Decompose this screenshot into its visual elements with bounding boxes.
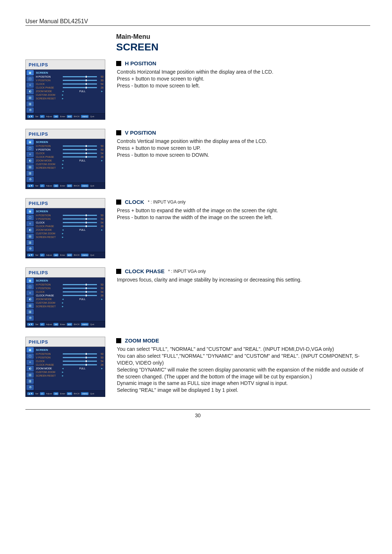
osd-icon: ▢ (26, 353, 34, 359)
osd-item: ZOOM MODE (36, 159, 61, 162)
osd-value: 54 (98, 360, 103, 362)
square-bullet-icon (116, 269, 121, 274)
osd-value: 50 (98, 79, 103, 82)
right-arrow-icon: ► (101, 90, 103, 93)
osd-footer-btn: menu (81, 115, 89, 118)
osd-icon: ▢ (26, 145, 34, 151)
section-clock-phase: PHILIPS ▣ ▢ ≡ ◐ ▤ ▥ ⚙ SCREEN H POSITION5… (25, 267, 370, 328)
heading-text: CLOCK PHASE (125, 268, 164, 274)
osd-icon: ◐ (26, 227, 34, 233)
osd-value: 28 (98, 156, 103, 158)
body-text: Improves focus, clarity and image stabil… (117, 276, 370, 283)
osd-value: 50 (98, 283, 103, 286)
osd-item: V POSITION (36, 218, 61, 220)
right-arrow-icon: ► (61, 97, 64, 100)
osd-item: ZOOM MODE (36, 90, 61, 93)
osd-screenshot-clock: PHILIPS ▣ ▢ ≡ ◐ ▤ ▥ ⚙ SCREEN H POSITION5… (25, 198, 105, 258)
page-footer-rule: 30 (25, 409, 370, 418)
osd-icon: ⚙ (26, 246, 34, 251)
osd-item: SCREEN RESET (36, 97, 61, 100)
heading-text: CLOCK (125, 199, 144, 205)
section-h-position: PHILIPS ▣ ▢ ≡ ◐ ▤ ▥ ⚙ SCREEN H POSITION5… (25, 59, 370, 120)
body-text: Controls Vertical Image position within … (117, 138, 370, 159)
osd-item: CLOCK (36, 221, 61, 224)
osd-value: 54 (98, 83, 103, 85)
osd-item: CUSTOM ZOOM (36, 232, 61, 235)
osd-item: CLOCK (36, 360, 61, 362)
osd-footer-btn: set (53, 115, 58, 118)
page-header-rule: User Manual BDL4251V (25, 18, 370, 26)
osd-brand: PHILIPS (29, 132, 48, 137)
section-text-h-position: H POSITION Controls Horizontal Image pos… (116, 59, 370, 89)
osd-slider (63, 87, 97, 88)
osd-icon: ▣ (26, 278, 34, 283)
left-arrow-icon: ◄ (61, 90, 64, 93)
osd-footer-txt: Sel (35, 115, 38, 118)
osd-value: 50 (98, 287, 103, 290)
osd-full-value: FULL (64, 229, 101, 231)
osd-brand: PHILIPS (29, 340, 48, 345)
body-text: You can select "FULL", "NORMAL" and "CUS… (117, 346, 370, 394)
osd-item: SCREEN RESET (36, 305, 61, 308)
osd-value: 50 (98, 214, 103, 217)
osd-item: CLOCK PHASE (36, 364, 61, 366)
osd-icon: ≡ (26, 152, 34, 157)
osd-icon: ▥ (26, 101, 34, 107)
osd-icon: ⚙ (26, 107, 34, 113)
osd-full-value: FULL (64, 159, 101, 162)
manual-page: User Manual BDL4251V Main-Menu SCREEN PH… (0, 0, 392, 433)
osd-item: H POSITION (36, 353, 61, 355)
osd-item: V POSITION (36, 287, 61, 290)
osd-slider (63, 76, 97, 77)
osd-full-value: FULL (64, 298, 101, 300)
osd-icon: ▤ (26, 372, 34, 378)
osd-brand: PHILIPS (29, 62, 48, 67)
osd-value: 50 (98, 145, 103, 147)
osd-value: 54 (98, 221, 103, 224)
square-bullet-icon (116, 200, 121, 205)
square-bullet-icon (116, 338, 121, 343)
section-heading: H POSITION (116, 60, 370, 66)
osd-item: CLOCK PHASE (36, 225, 61, 227)
osd-item: CUSTOM ZOOM (36, 371, 61, 373)
osd-icon: ⚙ (26, 177, 34, 182)
osd-value: 50 (98, 75, 103, 78)
osd-item: ZOOM MODE (36, 367, 61, 370)
main-menu-label: Main-Menu (116, 33, 370, 41)
osd-brand: PHILIPS (29, 270, 48, 275)
section-zoom-mode: PHILIPS ▣ ▢ ≡ ◐ ▤ ▥ ⚙ SCREEN H POSITION5… (25, 337, 370, 398)
osd-body: ▣ ▢ ≡ ◐ ▤ ▥ ⚙ SCREEN H POSITION50 V POSI… (25, 70, 105, 114)
osd-menu-title: SCREEN (36, 279, 103, 282)
osd-icon: ◐ (26, 366, 34, 371)
osd-item: ZOOM MODE (36, 229, 61, 231)
square-bullet-icon (116, 130, 121, 135)
osd-icon: ▤ (26, 164, 34, 170)
header-text: User Manual BDL4251V (25, 18, 88, 24)
osd-full-value: FULL (64, 90, 101, 93)
osd-icon: ▥ (26, 309, 34, 315)
osd-item: SCREEN RESET (36, 374, 61, 377)
osd-item: V POSITION (36, 356, 61, 359)
osd-screenshot-clock-phase: PHILIPS ▣ ▢ ≡ ◐ ▤ ▥ ⚙ SCREEN H POSITION5… (25, 267, 105, 328)
osd-item: CLOCK (36, 291, 61, 293)
osd-value: 28 (98, 86, 103, 89)
osd-item: CLOCK PHASE (36, 156, 61, 158)
osd-icon: ▢ (26, 215, 34, 220)
heading-text: H POSITION (125, 60, 156, 66)
osd-icon: ≡ (26, 221, 34, 226)
osd-menu-title: SCREEN (36, 140, 103, 144)
osd-value: 50 (98, 148, 103, 151)
osd-screenshot-zoom-mode: PHILIPS ▣ ▢ ≡ ◐ ▤ ▥ ⚙ SCREEN H POSITION5… (25, 337, 105, 397)
osd-brand-bar: PHILIPS (25, 59, 105, 70)
osd-screenshot-h-position: PHILIPS ▣ ▢ ≡ ◐ ▤ ▥ ⚙ SCREEN H POSITION5… (25, 59, 105, 120)
osd-item: CUSTOM ZOOM (36, 301, 61, 304)
osd-icon: ▣ (26, 347, 34, 353)
osd-value: 54 (98, 291, 103, 293)
osd-menu-title: SCREEN (36, 210, 103, 213)
osd-footer-txt: Adjust (46, 115, 52, 118)
heading-note: * : INPUT VGA only (168, 269, 206, 274)
osd-footer-btn: ▲▼ (27, 115, 34, 118)
osd-value: 50 (98, 218, 103, 220)
osd-footer-txt: Enter (60, 115, 65, 118)
section-v-position: PHILIPS ▣ ▢ ≡ ◐ ▤ ▥ ⚙ SCREEN H POSITION5… (25, 129, 370, 189)
